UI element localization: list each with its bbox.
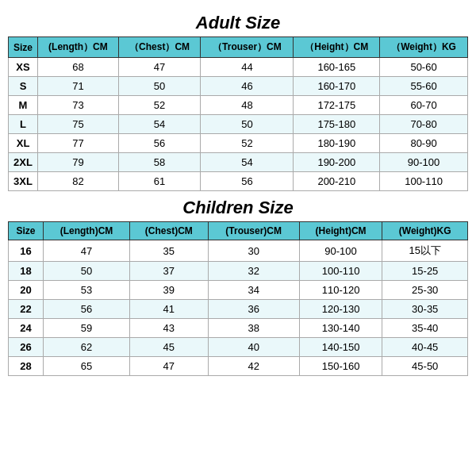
table-cell: 47 xyxy=(129,357,208,376)
table-cell: 200-210 xyxy=(294,172,380,191)
table-cell: 16 xyxy=(9,240,44,262)
table-cell: 150-160 xyxy=(299,357,382,376)
table-cell: 43 xyxy=(129,319,208,338)
column-header: (Weight)KG xyxy=(382,222,468,240)
table-cell: 120-130 xyxy=(299,300,382,319)
table-cell: 40 xyxy=(208,338,299,357)
table-cell: 35-40 xyxy=(382,319,468,338)
children-size-table: Size(Length)CM(Chest)CM(Trouser)CM(Heigh… xyxy=(8,221,468,376)
table-cell: 47 xyxy=(44,240,130,262)
table-cell: L xyxy=(9,115,38,134)
table-cell: 45 xyxy=(129,338,208,357)
table-cell: 100-110 xyxy=(380,172,468,191)
table-cell: 82 xyxy=(38,172,119,191)
table-row: 26624540140-15040-45 xyxy=(9,338,468,357)
column-header: （Chest）CM xyxy=(118,37,201,58)
table-cell: 30 xyxy=(208,240,299,262)
table-cell: 77 xyxy=(38,134,119,153)
table-cell: M xyxy=(9,96,38,115)
table-cell: 34 xyxy=(208,281,299,300)
table-cell: 3XL xyxy=(9,172,38,191)
column-header: (Height)CM xyxy=(299,222,382,240)
column-header: (Length）CM xyxy=(38,37,119,58)
table-cell: 65 xyxy=(44,357,130,376)
table-cell: 39 xyxy=(129,281,208,300)
table-cell: 60-70 xyxy=(380,96,468,115)
column-header: (Trouser)CM xyxy=(208,222,299,240)
table-cell: 41 xyxy=(129,300,208,319)
table-cell: 180-190 xyxy=(294,134,380,153)
table-cell: 46 xyxy=(201,77,294,96)
table-cell: 68 xyxy=(38,58,119,77)
children-title: Children Size xyxy=(182,198,293,218)
table-cell: 50-60 xyxy=(380,58,468,77)
table-cell: 140-150 xyxy=(299,338,382,357)
table-cell: 44 xyxy=(201,58,294,77)
table-row: M735248172-17560-70 xyxy=(9,96,468,115)
table-cell: 53 xyxy=(44,281,130,300)
table-cell: 100-110 xyxy=(299,262,382,281)
table-cell: 50 xyxy=(201,115,294,134)
table-row: 20533934110-12025-30 xyxy=(9,281,468,300)
table-cell: 50 xyxy=(118,77,201,96)
table-cell: 56 xyxy=(118,134,201,153)
table-cell: XS xyxy=(9,58,38,77)
table-cell: 36 xyxy=(208,300,299,319)
column-header: Size xyxy=(9,222,44,240)
table-cell: 48 xyxy=(201,96,294,115)
table-cell: 15-25 xyxy=(382,262,468,281)
table-cell: 90-100 xyxy=(380,153,468,172)
column-header: (Chest)CM xyxy=(129,222,208,240)
table-cell: 45-50 xyxy=(382,357,468,376)
table-cell: 54 xyxy=(201,153,294,172)
table-cell: 22 xyxy=(9,300,44,319)
table-cell: 38 xyxy=(208,319,299,338)
column-header: (Length)CM xyxy=(44,222,130,240)
table-cell: 37 xyxy=(129,262,208,281)
table-cell: 130-140 xyxy=(299,319,382,338)
table-row: XL775652180-19080-90 xyxy=(9,134,468,153)
table-cell: 59 xyxy=(44,319,130,338)
column-header: Size xyxy=(9,37,38,58)
table-cell: XL xyxy=(9,134,38,153)
column-header: （Trouser）CM xyxy=(201,37,294,58)
table-cell: 79 xyxy=(38,153,119,172)
adult-size-table: Size(Length）CM（Chest）CM（Trouser）CM（Heigh… xyxy=(8,36,468,191)
table-cell: 2XL xyxy=(9,153,38,172)
table-row: 3XL826156200-210100-110 xyxy=(9,172,468,191)
table-cell: 32 xyxy=(208,262,299,281)
table-cell: 54 xyxy=(118,115,201,134)
column-header: （Weight）KG xyxy=(380,37,468,58)
table-cell: 110-120 xyxy=(299,281,382,300)
table-cell: 56 xyxy=(201,172,294,191)
table-cell: 190-200 xyxy=(294,153,380,172)
table-cell: 61 xyxy=(118,172,201,191)
table-cell: 20 xyxy=(9,281,44,300)
table-row: 22564136120-13030-35 xyxy=(9,300,468,319)
table-cell: 50 xyxy=(44,262,130,281)
table-cell: 80-90 xyxy=(380,134,468,153)
table-cell: 70-80 xyxy=(380,115,468,134)
table-row: L755450175-18070-80 xyxy=(9,115,468,134)
table-cell: 73 xyxy=(38,96,119,115)
table-cell: 52 xyxy=(118,96,201,115)
table-cell: 24 xyxy=(9,319,44,338)
table-cell: S xyxy=(9,77,38,96)
table-cell: 15以下 xyxy=(382,240,468,262)
table-row: 28654742150-16045-50 xyxy=(9,357,468,376)
table-row: 1647353090-10015以下 xyxy=(9,240,468,262)
table-row: 18503732100-11015-25 xyxy=(9,262,468,281)
table-cell: 35 xyxy=(129,240,208,262)
table-cell: 40-45 xyxy=(382,338,468,357)
table-cell: 62 xyxy=(44,338,130,357)
table-cell: 71 xyxy=(38,77,119,96)
table-cell: 55-60 xyxy=(380,77,468,96)
table-cell: 25-30 xyxy=(382,281,468,300)
table-row: 2XL795854190-20090-100 xyxy=(9,153,468,172)
table-cell: 172-175 xyxy=(294,96,380,115)
table-cell: 52 xyxy=(201,134,294,153)
table-cell: 90-100 xyxy=(299,240,382,262)
table-cell: 18 xyxy=(9,262,44,281)
table-row: S715046160-17055-60 xyxy=(9,77,468,96)
table-row: XS684744160-16550-60 xyxy=(9,58,468,77)
